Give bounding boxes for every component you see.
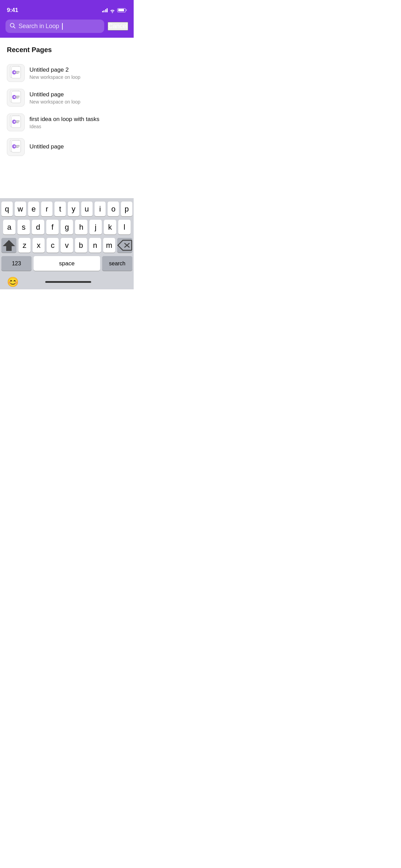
search-key[interactable]: search: [102, 256, 132, 271]
page-info-2: Untitled page New workspace on loop: [29, 91, 127, 105]
key-g[interactable]: g: [61, 220, 73, 234]
list-item[interactable]: Untitled page 2 New workspace on loop: [7, 61, 127, 85]
battery-icon: [117, 8, 127, 12]
home-indicator: [45, 281, 91, 283]
page-info-4: Untitled page: [29, 143, 127, 151]
key-z[interactable]: z: [19, 238, 31, 253]
search-input[interactable]: Search in Loop: [19, 23, 59, 30]
page-subtitle-2: New workspace on loop: [29, 99, 127, 105]
page-subtitle-1: New workspace on loop: [29, 74, 127, 80]
svg-line-1: [14, 27, 15, 28]
emoji-bar: 😊: [1, 274, 132, 289]
page-icon-1: [7, 64, 25, 82]
status-icons: [102, 8, 127, 12]
key-c[interactable]: c: [47, 238, 59, 253]
key-y[interactable]: y: [68, 202, 79, 216]
key-b[interactable]: b: [75, 238, 87, 253]
page-title-3: first idea on loop with tasks: [29, 116, 127, 123]
delete-key[interactable]: [117, 238, 132, 253]
search-icon: [10, 23, 16, 30]
key-q[interactable]: q: [1, 202, 13, 216]
space-key[interactable]: space: [34, 256, 100, 271]
key-m[interactable]: m: [103, 238, 115, 253]
key-o[interactable]: o: [108, 202, 119, 216]
keyboard: q w e r t y u i o p a s d f g h j k l z …: [0, 198, 134, 289]
key-p[interactable]: p: [121, 202, 132, 216]
signal-icon: [102, 8, 108, 12]
key-w[interactable]: w: [15, 202, 26, 216]
key-t[interactable]: t: [54, 202, 66, 216]
wifi-icon: [110, 8, 115, 12]
key-l[interactable]: l: [118, 220, 131, 234]
page-title-2: Untitled page: [29, 91, 127, 98]
key-x[interactable]: x: [33, 238, 45, 253]
status-bar: 9:41: [0, 0, 134, 16]
page-info-1: Untitled page 2 New workspace on loop: [29, 67, 127, 80]
key-e[interactable]: e: [28, 202, 39, 216]
recent-pages-title: Recent Pages: [7, 46, 127, 54]
keyboard-row-2: a s d f g h j k l: [1, 220, 132, 234]
key-n[interactable]: n: [89, 238, 101, 253]
key-k[interactable]: k: [104, 220, 116, 234]
shift-key[interactable]: [1, 238, 16, 253]
page-title-4: Untitled page: [29, 143, 127, 150]
keyboard-bottom-row: 123 space search: [1, 256, 132, 271]
key-v[interactable]: v: [61, 238, 73, 253]
page-subtitle-3: Ideas: [29, 124, 127, 129]
keyboard-row-3: z x c v b n m: [1, 238, 132, 253]
status-time: 9:41: [7, 7, 18, 14]
key-s[interactable]: s: [17, 220, 30, 234]
page-icon-3: [7, 113, 25, 131]
cancel-button[interactable]: Cancel: [108, 22, 128, 31]
key-d[interactable]: d: [32, 220, 44, 234]
page-icon-4: [7, 138, 25, 156]
list-item[interactable]: Untitled page: [7, 135, 127, 159]
keyboard-row-1: q w e r t y u i o p: [1, 202, 132, 216]
key-a[interactable]: a: [3, 220, 15, 234]
key-r[interactable]: r: [41, 202, 52, 216]
page-title-1: Untitled page 2: [29, 67, 127, 73]
search-bar-container: Search in Loop Cancel: [0, 16, 134, 38]
key-i[interactable]: i: [95, 202, 106, 216]
key-u[interactable]: u: [81, 202, 93, 216]
key-j[interactable]: j: [89, 220, 102, 234]
emoji-button[interactable]: 😊: [7, 276, 19, 288]
numbers-key[interactable]: 123: [1, 256, 32, 271]
list-item[interactable]: Untitled page New workspace on loop: [7, 85, 127, 110]
key-f[interactable]: f: [46, 220, 59, 234]
key-h[interactable]: h: [75, 220, 87, 234]
list-item[interactable]: first idea on loop with tasks Ideas: [7, 110, 127, 135]
content-area: Recent Pages Untitled page 2 New workspa…: [0, 38, 134, 159]
text-cursor: [62, 23, 63, 30]
search-input-wrapper[interactable]: Search in Loop: [5, 20, 104, 33]
page-info-3: first idea on loop with tasks Ideas: [29, 116, 127, 129]
page-icon-2: [7, 89, 25, 107]
